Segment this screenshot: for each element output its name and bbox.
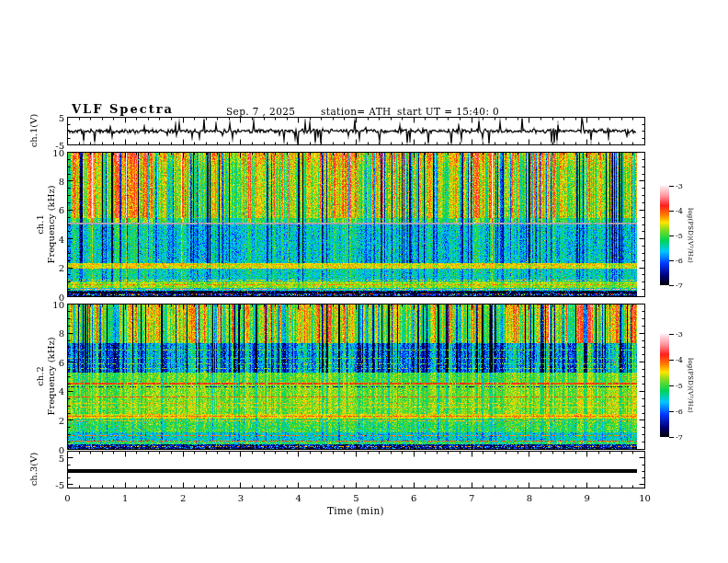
colorbar1-tick-label--3: -3 (676, 182, 683, 190)
spec2-y-tick-label-10: 10 (52, 299, 64, 309)
colorbar1-tick-label--5: -5 (676, 232, 683, 240)
colorbar2-tick-label--7: -7 (676, 433, 683, 442)
colorbar1-tick-label--6: -6 (676, 257, 683, 265)
spec1-y-tick-label-6: 6 (59, 205, 64, 215)
spec1-y-tick-label-10: 10 (52, 147, 64, 157)
y-axis-title-ch1-voltage: ch.1(V) (28, 114, 40, 148)
y-axis-title-ch3-voltage: ch.3(V) (28, 453, 40, 487)
colorbar-title-ch1: log(PSD)(V²/Hz) (687, 208, 694, 263)
x-tick-label-2: 2 (180, 493, 186, 503)
x-axis-title: Time (min) (327, 505, 384, 516)
y-axis-title-line1: ch.1 (35, 185, 46, 263)
x-tick-label-8: 8 (527, 493, 532, 503)
y-axis-title-ch1-frequency: ch.1 Frequency (kHz) (35, 185, 57, 263)
wave1-y-tick-label-5: 5 (59, 112, 64, 122)
x-tick-label-5: 5 (353, 493, 358, 503)
x-tick-label-4: 4 (296, 493, 301, 503)
colorbar-title-ch2: log(PSD)(V²/Hz) (687, 358, 694, 413)
y-axis-title-ch2-frequency: ch.2 Frequency (kHz) (35, 337, 57, 415)
x-tick-label-3: 3 (238, 493, 244, 503)
y-axis-title-text: ch.3(V) (28, 453, 39, 487)
spec1-y-tick-label-8: 8 (59, 176, 64, 186)
colorbar2-tick-label--5: -5 (676, 382, 683, 390)
x-tick-label-9: 9 (585, 493, 590, 503)
spec2-y-tick-label-2: 2 (59, 415, 64, 425)
spec2-y-tick-label-4: 4 (59, 386, 64, 396)
y-axis-title-line2: Frequency (kHz) (46, 185, 57, 263)
colorbar1-tick-label--7: -7 (676, 282, 683, 290)
colorbar1-tick-label--4: -4 (676, 207, 683, 215)
y-axis-title-text: ch.1(V) (28, 114, 39, 148)
x-tick-label-7: 7 (469, 493, 474, 503)
plot-canvas (0, 0, 728, 563)
wave3-y-tick-label-5: 5 (59, 453, 64, 463)
header-station: station= ATH (321, 106, 392, 117)
spec2-y-tick-label-8: 8 (59, 328, 64, 339)
y-axis-title-line2: Frequency (kHz) (46, 337, 57, 415)
wave3-y-tick-label--5: -5 (55, 479, 64, 489)
spec2-y-tick-label-6: 6 (59, 357, 64, 367)
spec1-y-tick-label-2: 2 (59, 263, 64, 273)
colorbar2-tick-label--6: -6 (676, 408, 683, 416)
vlf-spectra-figure: VLF Spectra Sep. 7 , 2025 station= ATH s… (0, 0, 728, 563)
colorbar2-tick-label--3: -3 (676, 330, 683, 339)
x-tick-label-1: 1 (122, 493, 128, 503)
x-tick-label-10: 10 (639, 493, 651, 503)
header-date: Sep. 7 , 2025 (226, 106, 295, 117)
header-start-ut: start UT = 15:40: 0 (397, 106, 499, 117)
x-tick-label-6: 6 (411, 493, 416, 503)
figure-title: VLF Spectra (72, 102, 174, 116)
y-axis-title-line1: ch.2 (35, 337, 46, 415)
colorbar2-tick-label--4: -4 (676, 356, 683, 364)
x-tick-label-0: 0 (64, 493, 70, 503)
spec1-y-tick-label-4: 4 (59, 234, 64, 244)
